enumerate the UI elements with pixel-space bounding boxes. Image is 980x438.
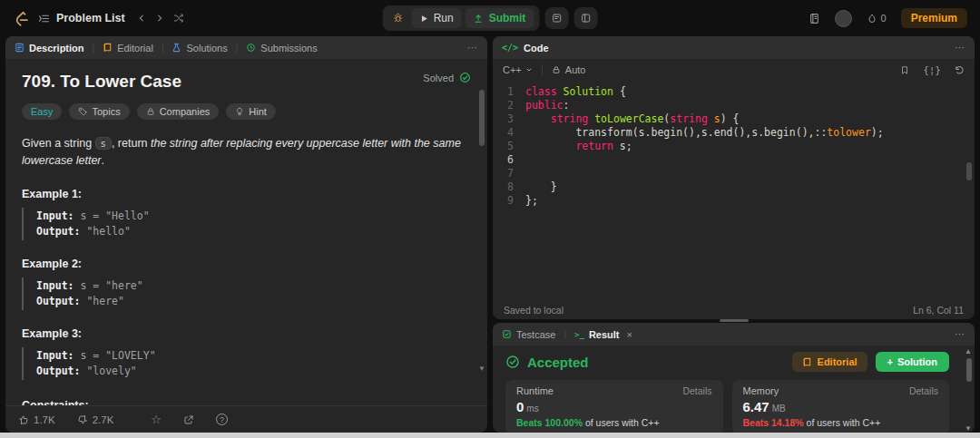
- journal-icon[interactable]: [808, 13, 820, 24]
- play-icon: [420, 15, 428, 23]
- code-icon: </>: [502, 43, 518, 53]
- memory-details-link[interactable]: Details: [909, 385, 938, 396]
- plus-icon: +: [887, 356, 893, 367]
- streak-indicator[interactable]: 0: [867, 13, 887, 24]
- close-icon[interactable]: ×: [627, 329, 632, 340]
- run-submit-group: Run Submit: [383, 5, 540, 31]
- panel-resize-handle[interactable]: [720, 319, 749, 322]
- runtime-details-link[interactable]: Details: [682, 385, 711, 396]
- prev-problem-button[interactable]: [137, 14, 146, 23]
- inline-code-s: s: [95, 137, 112, 150]
- debug-icon[interactable]: [388, 9, 408, 27]
- status-badge: Solved: [423, 72, 471, 83]
- bookmark-icon[interactable]: [900, 65, 909, 75]
- tag-row: Easy Topics Companies Hint: [22, 103, 471, 120]
- memory-value: 6.47MB: [743, 399, 939, 414]
- description-scrollbar-thumb[interactable]: [479, 90, 485, 146]
- lightbulb-icon: [235, 107, 244, 116]
- editorial-book-icon: [802, 357, 812, 367]
- layout-icon[interactable]: [573, 7, 597, 29]
- share-icon[interactable]: [183, 414, 194, 425]
- reset-code-icon[interactable]: [955, 65, 965, 75]
- language-selector[interactable]: C++: [503, 64, 533, 75]
- companies-tag[interactable]: Companies: [137, 103, 220, 120]
- scroll-up-icon[interactable]: ▲: [965, 347, 972, 355]
- problem-list-nav[interactable]: Problem List: [38, 12, 125, 24]
- editorial-tab-icon: [103, 43, 113, 53]
- description-more-icon[interactable]: ⋯: [467, 42, 478, 54]
- difficulty-badge[interactable]: Easy: [22, 103, 62, 120]
- chevron-down-icon: [525, 66, 533, 73]
- run-button[interactable]: Run: [412, 8, 462, 28]
- feedback-question-icon[interactable]: ?: [216, 414, 228, 425]
- like-button[interactable]: 1.7K: [18, 414, 55, 425]
- premium-button[interactable]: Premium: [901, 8, 967, 28]
- lock-icon: [552, 65, 561, 74]
- result-scrollbar-thumb[interactable]: [966, 358, 972, 382]
- tab-editorial[interactable]: Editorial: [103, 43, 153, 54]
- upload-icon: [474, 14, 484, 24]
- leetcode-logo-icon[interactable]: [13, 9, 30, 28]
- result-status: Accepted: [505, 355, 589, 370]
- code-scrollbar-thumb[interactable]: [966, 162, 972, 180]
- hint-tag[interactable]: Hint: [226, 103, 276, 120]
- favorite-button[interactable]: ☆: [151, 413, 162, 426]
- window-bottom-edge: [0, 433, 980, 438]
- solved-check-icon: [459, 72, 471, 83]
- code-toolbar: C++ Auto {¦}: [493, 59, 975, 81]
- scroll-down-icon[interactable]: ▼: [965, 424, 972, 433]
- runtime-card[interactable]: Runtime Details 0ms Beats 100.00% of use…: [505, 380, 723, 433]
- auto-save-toggle[interactable]: Auto: [552, 64, 586, 75]
- tab-description[interactable]: Description: [15, 43, 84, 54]
- submissions-tab-icon: [246, 43, 256, 53]
- tab-solutions[interactable]: Solutions: [172, 43, 227, 54]
- thumbs-up-icon: [18, 414, 29, 425]
- tab-testcase[interactable]: Testcase: [502, 329, 555, 340]
- line-number-gutter: 123456789: [493, 85, 525, 301]
- tag-icon: [78, 107, 87, 116]
- code-panel-header: </> Code ⋯: [493, 36, 975, 59]
- format-code-icon[interactable]: {¦}: [923, 64, 941, 76]
- description-panel-tabs: Description | Editorial | Solutions | Su…: [5, 36, 487, 59]
- lock-icon: [146, 107, 155, 116]
- dislike-button[interactable]: 2.7K: [77, 414, 114, 425]
- code-lines[interactable]: class Solution {public: string toLowerCa…: [525, 85, 975, 301]
- save-status: Saved to local: [504, 305, 564, 316]
- flame-icon: [867, 13, 877, 24]
- random-problem-icon[interactable]: [173, 13, 184, 24]
- submit-button[interactable]: Submit: [466, 8, 534, 28]
- cursor-position: Ln 6, Col 11: [913, 305, 964, 316]
- terminal-icon: >_: [574, 330, 584, 339]
- runtime-value: 0ms: [516, 399, 712, 414]
- page-title: 709. To Lower Case: [22, 72, 181, 92]
- description-footer: 1.7K 2.7K ☆ ?: [5, 405, 487, 433]
- tab-submissions[interactable]: Submissions: [246, 43, 317, 54]
- problem-statement: Given a string s, return the string afte…: [22, 135, 471, 170]
- solutions-tab-icon: [172, 43, 181, 53]
- result-scrollbar[interactable]: ▲ ▼: [965, 347, 973, 433]
- solution-button[interactable]: + Solution: [876, 352, 949, 372]
- code-more-icon[interactable]: ⋯: [955, 42, 965, 54]
- testcase-checkbox-icon: [502, 329, 512, 339]
- topics-tag[interactable]: Topics: [69, 103, 129, 120]
- like-count: 1.7K: [34, 414, 55, 425]
- constraints-label: Constraints:: [22, 399, 471, 405]
- avatar[interactable]: [835, 10, 852, 27]
- memory-card[interactable]: Memory Details 6.47MB Beats 14.18% of us…: [732, 380, 950, 433]
- next-problem-button[interactable]: [155, 14, 164, 23]
- description-scroll-down-icon[interactable]: ▼: [478, 365, 485, 373]
- tab-result[interactable]: >_ Result ×: [574, 329, 632, 340]
- example-1-label: Example 1:: [22, 188, 471, 200]
- dislike-count: 2.7K: [93, 414, 114, 425]
- result-content: Accepted Editorial + Solution Runtime De…: [493, 346, 975, 433]
- code-editor[interactable]: 123456789 class Solution {public: string…: [493, 81, 975, 301]
- example-3-label: Example 3:: [22, 327, 471, 340]
- result-more-icon[interactable]: ⋯: [955, 328, 965, 340]
- description-tab-icon: [15, 43, 24, 53]
- tab-code[interactable]: </> Code: [502, 43, 549, 54]
- editorial-button[interactable]: Editorial: [792, 352, 867, 372]
- example-2-label: Example 2:: [22, 258, 471, 270]
- notes-icon[interactable]: [544, 7, 568, 29]
- result-panel-tabs: Testcase | >_ Result × ⋯: [493, 323, 975, 346]
- problem-list-icon: [38, 13, 50, 24]
